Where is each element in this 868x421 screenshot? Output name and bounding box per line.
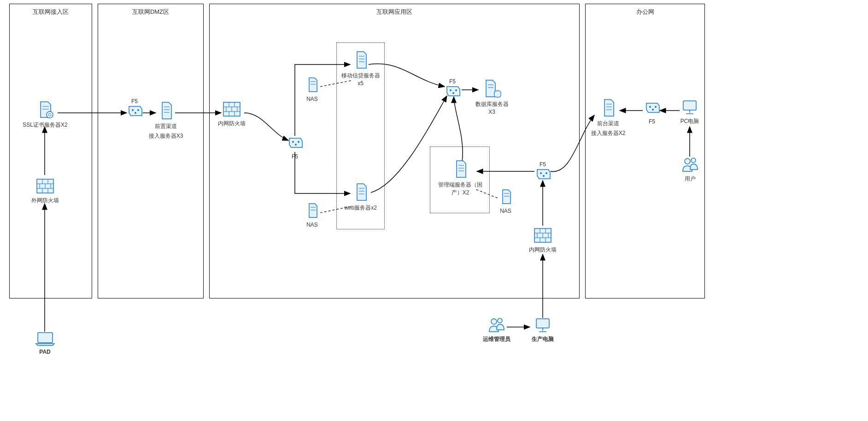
label: PC电脑 <box>678 117 701 125</box>
node-int-firewall: 内网防火墙 <box>217 100 246 128</box>
lb-icon <box>287 137 303 151</box>
label: F5 <box>443 78 462 86</box>
label: NAS <box>302 95 323 103</box>
node-user: 用户 <box>680 157 700 183</box>
server-icon <box>352 50 369 70</box>
svg-point-71 <box>540 172 542 174</box>
node-front-channel: 前置渠道 接入服务器X3 <box>147 100 184 140</box>
svg-point-73 <box>543 175 545 177</box>
svg-point-92 <box>649 106 651 108</box>
label: 前置渠道 <box>147 123 184 130</box>
lb-icon <box>444 86 461 99</box>
zone-internet-access: 互联网接入区 <box>9 4 92 298</box>
label: 内网防火墙 <box>217 120 246 128</box>
svg-point-32 <box>137 109 139 111</box>
label: 外网防火墙 <box>30 197 60 205</box>
svg-rect-95 <box>683 101 696 110</box>
svg-rect-86 <box>536 319 549 328</box>
label: 移动信贷服务器x5 <box>339 72 382 88</box>
lb-icon <box>644 102 660 116</box>
svg-point-48 <box>298 141 299 143</box>
firewall-icon <box>35 177 55 195</box>
diagram-canvas: 互联网接入区 互联网DMZ区 互联网应用区 办公网 <box>0 0 868 421</box>
svg-point-98 <box>685 158 690 164</box>
laptop-icon <box>35 332 55 346</box>
label: 生产电脑 <box>530 335 555 343</box>
svg-point-62 <box>452 92 454 94</box>
label: F5 <box>125 98 144 105</box>
lb-icon <box>534 169 551 182</box>
node-f5-office: F5 <box>643 102 661 126</box>
zone-title: 互联网DMZ区 <box>98 4 203 20</box>
svg-point-84 <box>491 319 497 324</box>
svg-point-29 <box>47 111 53 118</box>
svg-point-60 <box>450 89 452 91</box>
node-nas3: NAS <box>495 188 516 215</box>
label: F5 <box>643 118 661 126</box>
label: 接入服务器X2 <box>590 129 627 137</box>
label: F5 <box>534 161 552 169</box>
server-auth-icon <box>35 99 55 119</box>
node-ssl: SSL证书服务器X2 <box>22 99 68 129</box>
users-icon <box>681 157 699 173</box>
svg-point-85 <box>498 318 502 323</box>
zone-office: 办公网 <box>585 4 705 298</box>
svg-point-33 <box>135 112 136 114</box>
firewall-icon <box>222 100 242 118</box>
server-db-icon <box>482 78 502 99</box>
node-front-desk: 前台渠道 接入服务器X2 <box>590 98 627 137</box>
svg-point-49 <box>295 144 297 146</box>
server-icon <box>452 159 469 179</box>
label: PAD <box>32 348 58 356</box>
zone-dmz: 互联网DMZ区 <box>98 4 204 298</box>
svg-point-93 <box>655 106 657 108</box>
label: SSL证书服务器X2 <box>22 121 68 129</box>
label: NAS <box>495 207 516 215</box>
svg-point-72 <box>545 172 547 174</box>
node-ops-admin: 运维管理员 <box>481 317 511 343</box>
node-db-server: 数据库服务器X3 <box>472 78 511 116</box>
label: 用户 <box>680 175 700 183</box>
node-mgmt-server: 管理端服务器（国产）X2 <box>435 159 485 197</box>
server-icon <box>158 100 174 121</box>
server-icon <box>352 182 369 202</box>
svg-point-94 <box>652 109 654 111</box>
zone-title: 办公网 <box>586 4 704 20</box>
node-f5-left: F5 <box>286 137 304 161</box>
node-nas2: NAS <box>302 202 323 229</box>
label: 前台渠道 <box>590 120 627 128</box>
node-pc: PC电脑 <box>678 99 701 125</box>
svg-rect-16 <box>38 333 53 343</box>
zone-title: 互联网应用区 <box>210 4 579 20</box>
node-int-firewall2: 内网防火墙 <box>528 227 557 254</box>
node-prod-pc: 生产电脑 <box>530 317 555 343</box>
label: web服务器x2 <box>343 204 378 212</box>
svg-point-31 <box>132 109 134 111</box>
zone-title: 互联网接入区 <box>10 4 92 20</box>
node-f5-right: F5 <box>534 159 552 182</box>
node-pad: PAD <box>32 332 58 356</box>
users-icon <box>487 317 506 333</box>
label: 数据库服务器X3 <box>472 100 511 116</box>
label: F5 <box>286 153 304 161</box>
label: 接入服务器X3 <box>147 132 184 140</box>
desktop-icon <box>534 317 552 333</box>
label: NAS <box>302 221 323 229</box>
label: 内网防火墙 <box>528 246 557 254</box>
svg-point-47 <box>292 141 294 143</box>
node-nas1: NAS <box>302 76 323 103</box>
svg-point-61 <box>455 89 457 91</box>
server-icon <box>305 76 319 94</box>
node-mobile-loan: 移动信贷服务器x5 <box>339 50 382 88</box>
node-web-server: web服务器x2 <box>343 182 378 212</box>
desktop-icon <box>680 99 699 116</box>
label: 管理端服务器（国产）X2 <box>435 181 485 197</box>
node-f5-top: F5 <box>443 76 462 99</box>
svg-point-99 <box>691 158 696 163</box>
node-ext-firewall: 外网防火墙 <box>30 177 60 205</box>
label: 运维管理员 <box>481 335 511 343</box>
server-icon <box>305 202 319 219</box>
lb-icon <box>126 105 143 119</box>
firewall-icon <box>533 227 553 244</box>
server-icon <box>499 188 513 205</box>
